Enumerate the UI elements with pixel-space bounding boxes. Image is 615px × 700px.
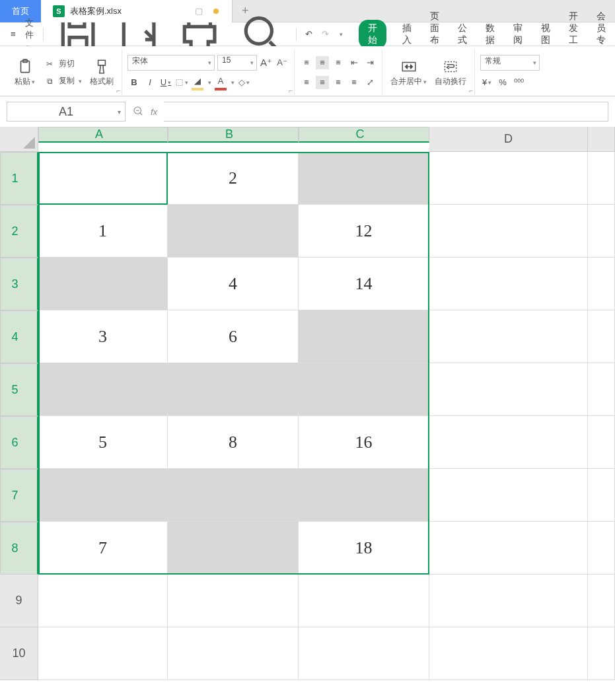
- cell-E3[interactable]: [588, 258, 615, 310]
- cell-A8[interactable]: 7: [38, 522, 168, 575]
- cell-C1[interactable]: [299, 152, 429, 205]
- cell-E7[interactable]: [588, 469, 615, 522]
- cell-C10[interactable]: [299, 627, 429, 680]
- fx-icon[interactable]: fx: [151, 107, 157, 117]
- cell-B7[interactable]: [168, 469, 299, 522]
- cell-E9[interactable]: [588, 575, 615, 627]
- cell-A10[interactable]: [38, 627, 168, 680]
- font-launcher-icon[interactable]: ⌐: [289, 87, 293, 94]
- cell-B10[interactable]: [168, 627, 299, 680]
- decrease-indent-icon[interactable]: ⇤: [347, 56, 361, 69]
- cell-E4[interactable]: [588, 310, 615, 363]
- align-right-icon[interactable]: ≡: [332, 76, 345, 89]
- cell-C2[interactable]: 12: [299, 205, 429, 258]
- cell-E6[interactable]: [588, 416, 615, 469]
- cell-A4[interactable]: 3: [38, 310, 168, 363]
- align-launcher-icon[interactable]: ⌐: [469, 87, 473, 94]
- cell-D3[interactable]: [429, 258, 588, 310]
- fill-color-button[interactable]: ◢: [191, 75, 204, 90]
- cell-B4[interactable]: 6: [168, 310, 299, 363]
- cell-A2[interactable]: 1: [38, 205, 168, 258]
- border-button[interactable]: ▾: [175, 76, 188, 89]
- cell-B8[interactable]: [168, 522, 299, 575]
- cell-D10[interactable]: [429, 627, 588, 680]
- col-header-A[interactable]: A: [38, 127, 168, 143]
- cell-C5[interactable]: [299, 363, 429, 416]
- cell-B6[interactable]: 8: [168, 416, 299, 469]
- cell-C6[interactable]: 16: [299, 416, 429, 469]
- cell-D1[interactable]: [429, 152, 588, 205]
- justify-icon[interactable]: ≡: [347, 76, 361, 89]
- name-box[interactable]: A1▾: [7, 102, 126, 122]
- cell-D9[interactable]: [429, 575, 588, 627]
- merge-center-button[interactable]: 合并居中▾: [388, 52, 429, 94]
- format-painter-button[interactable]: 格式刷: [87, 52, 116, 94]
- cell-C8[interactable]: 18: [299, 522, 429, 575]
- increase-indent-icon[interactable]: ⇥: [363, 56, 377, 69]
- row-header-10[interactable]: 10: [0, 627, 38, 680]
- font-color-dropdown[interactable]: ▾: [231, 79, 235, 86]
- fill-color-dropdown[interactable]: ▾: [208, 79, 211, 86]
- col-header-D[interactable]: D: [429, 127, 588, 152]
- row-header-9[interactable]: 9: [0, 575, 38, 627]
- row-header-2[interactable]: 2: [0, 205, 38, 258]
- underline-button[interactable]: U▾: [159, 76, 172, 89]
- tab-start[interactable]: 开始: [359, 20, 386, 49]
- cell-C9[interactable]: [299, 575, 429, 627]
- cell-A1[interactable]: [38, 152, 168, 205]
- undo-history-dropdown[interactable]: ▾: [336, 28, 347, 40]
- thousand-sep-button[interactable]: ⁰⁰⁰: [512, 76, 525, 89]
- hamburger-icon[interactable]: ≡: [7, 26, 20, 42]
- cell-D2[interactable]: [429, 205, 588, 258]
- clipboard-launcher-icon[interactable]: ⌐: [116, 87, 120, 94]
- align-left-icon[interactable]: ≡: [300, 76, 313, 89]
- presenter-icon[interactable]: ▢: [195, 6, 203, 16]
- cell-A5[interactable]: [38, 363, 168, 416]
- italic-button[interactable]: I: [143, 76, 157, 89]
- cell-B1[interactable]: 2: [168, 152, 299, 205]
- paste-button[interactable]: 粘贴▾: [12, 52, 38, 94]
- font-name-select[interactable]: 宋体▾: [127, 55, 215, 71]
- tab-view[interactable]: 视图: [538, 20, 553, 49]
- cell-A6[interactable]: 5: [38, 416, 168, 469]
- col-header-E[interactable]: [588, 127, 615, 152]
- percent-button[interactable]: %: [496, 76, 509, 89]
- cell-B2[interactable]: [168, 205, 299, 258]
- cell-B5[interactable]: [168, 363, 299, 416]
- decrease-font-icon[interactable]: A⁻: [275, 56, 289, 69]
- tab-formula[interactable]: 公式: [455, 20, 470, 49]
- cell-A9[interactable]: [38, 575, 168, 627]
- row-header-1[interactable]: 1: [0, 152, 38, 205]
- select-all-corner[interactable]: [0, 127, 38, 152]
- number-format-select[interactable]: 常规▾: [480, 55, 540, 71]
- row-header-7[interactable]: 7: [0, 469, 38, 522]
- col-header-B[interactable]: B: [168, 127, 299, 143]
- row-header-4[interactable]: 4: [0, 310, 38, 363]
- copy-button[interactable]: ⧉复制▾: [40, 73, 85, 89]
- cell-D4[interactable]: [429, 310, 588, 363]
- cell-A3[interactable]: [38, 258, 168, 310]
- cell-D6[interactable]: [429, 416, 588, 469]
- cell-A7[interactable]: [38, 469, 168, 522]
- tab-insert[interactable]: 插入: [400, 20, 414, 49]
- eraser-icon[interactable]: ◇▾: [237, 76, 250, 89]
- cell-C4[interactable]: [299, 310, 429, 363]
- row-header-5[interactable]: 5: [0, 363, 38, 416]
- cell-E8[interactable]: [588, 522, 615, 575]
- font-color-button[interactable]: A: [214, 75, 227, 90]
- undo-icon[interactable]: ↶: [301, 26, 316, 42]
- align-center-icon[interactable]: ≡: [316, 76, 329, 89]
- formula-input[interactable]: [164, 102, 608, 122]
- row-header-6[interactable]: 6: [0, 416, 38, 469]
- font-size-select[interactable]: 15▾: [217, 55, 257, 71]
- align-top-icon[interactable]: ≡: [300, 56, 313, 69]
- cell-E2[interactable]: [588, 205, 615, 258]
- wrap-text-button[interactable]: 自动换行: [432, 52, 469, 94]
- bold-button[interactable]: B: [127, 76, 141, 89]
- orientation-icon[interactable]: ⤢: [363, 76, 377, 89]
- col-header-C[interactable]: C: [299, 127, 429, 143]
- increase-font-icon[interactable]: A⁺: [260, 56, 273, 69]
- cut-button[interactable]: ✂剪切: [40, 56, 85, 72]
- cell-E5[interactable]: [588, 363, 615, 416]
- tab-review[interactable]: 审阅: [511, 20, 525, 49]
